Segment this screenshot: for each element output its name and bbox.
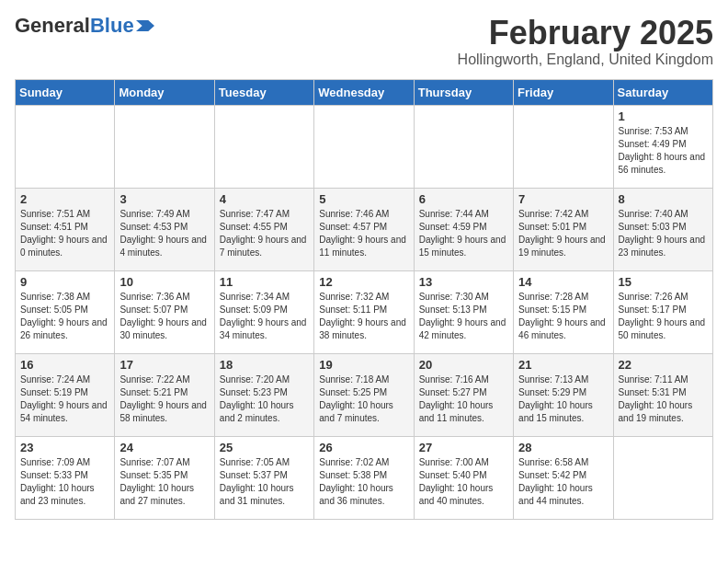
calendar-cell: 25Sunrise: 7:05 AM Sunset: 5:37 PM Dayli… [214, 436, 313, 519]
calendar-cell: 11Sunrise: 7:34 AM Sunset: 5:09 PM Dayli… [214, 270, 313, 353]
day-info: Sunrise: 7:11 AM Sunset: 5:31 PM Dayligh… [619, 373, 708, 425]
day-info: Sunrise: 7:38 AM Sunset: 5:05 PM Dayligh… [20, 291, 109, 342]
day-info: Sunrise: 7:32 AM Sunset: 5:11 PM Dayligh… [319, 291, 408, 342]
day-info: Sunrise: 7:30 AM Sunset: 5:13 PM Dayligh… [419, 291, 508, 342]
day-info: Sunrise: 7:51 AM Sunset: 4:51 PM Dayligh… [20, 208, 109, 259]
day-info: Sunrise: 7:46 AM Sunset: 4:57 PM Dayligh… [319, 208, 408, 259]
weekday-header-thursday: Thursday [414, 79, 513, 105]
day-info: Sunrise: 7:22 AM Sunset: 5:21 PM Dayligh… [119, 373, 209, 425]
day-info: Sunrise: 7:18 AM Sunset: 5:25 PM Dayligh… [319, 373, 408, 425]
day-info: Sunrise: 7:44 AM Sunset: 4:59 PM Dayligh… [419, 208, 508, 259]
day-info: Sunrise: 7:05 AM Sunset: 5:37 PM Dayligh… [220, 456, 309, 508]
weekday-header-wednesday: Wednesday [314, 79, 414, 105]
calendar-cell: 12Sunrise: 7:32 AM Sunset: 5:11 PM Dayli… [314, 270, 414, 353]
calendar-cell: 13Sunrise: 7:30 AM Sunset: 5:13 PM Dayli… [414, 270, 513, 353]
calendar-cell: 16Sunrise: 7:24 AM Sunset: 5:19 PM Dayli… [16, 353, 115, 436]
day-number: 24 [119, 441, 209, 454]
calendar-cell: 4Sunrise: 7:47 AM Sunset: 4:55 PM Daylig… [214, 188, 313, 270]
calendar-cell: 20Sunrise: 7:16 AM Sunset: 5:27 PM Dayli… [414, 353, 513, 436]
calendar-cell: 26Sunrise: 7:02 AM Sunset: 5:38 PM Dayli… [314, 436, 414, 519]
day-info: Sunrise: 7:00 AM Sunset: 5:40 PM Dayligh… [419, 456, 508, 508]
calendar-cell: 19Sunrise: 7:18 AM Sunset: 5:25 PM Dayli… [314, 353, 414, 436]
calendar-week-row: 23Sunrise: 7:09 AM Sunset: 5:33 PM Dayli… [16, 436, 713, 519]
day-number: 22 [619, 358, 708, 372]
calendar-cell: 8Sunrise: 7:40 AM Sunset: 5:03 PM Daylig… [613, 188, 712, 270]
calendar-cell: 27Sunrise: 7:00 AM Sunset: 5:40 PM Dayli… [414, 436, 513, 519]
calendar-cell [514, 105, 613, 188]
day-number: 15 [619, 275, 708, 289]
day-info: Sunrise: 7:24 AM Sunset: 5:19 PM Dayligh… [20, 373, 109, 425]
calendar-cell: 17Sunrise: 7:22 AM Sunset: 5:21 PM Dayli… [115, 353, 214, 436]
day-number: 12 [319, 275, 408, 289]
day-info: Sunrise: 7:13 AM Sunset: 5:29 PM Dayligh… [518, 373, 608, 425]
day-number: 2 [20, 192, 109, 206]
day-info: Sunrise: 7:16 AM Sunset: 5:27 PM Dayligh… [419, 373, 508, 425]
day-info: Sunrise: 7:28 AM Sunset: 5:15 PM Dayligh… [518, 291, 608, 342]
day-number: 18 [220, 358, 309, 372]
calendar-table: SundayMondayTuesdayWednesdayThursdayFrid… [15, 79, 713, 520]
day-number: 5 [319, 192, 408, 206]
day-info: Sunrise: 7:47 AM Sunset: 4:55 PM Dayligh… [220, 208, 309, 259]
day-number: 1 [619, 109, 708, 123]
day-info: Sunrise: 7:26 AM Sunset: 5:17 PM Dayligh… [619, 291, 708, 342]
calendar-cell: 23Sunrise: 7:09 AM Sunset: 5:33 PM Dayli… [16, 436, 115, 519]
day-number: 16 [20, 358, 109, 372]
calendar-week-row: 1Sunrise: 7:53 AM Sunset: 4:49 PM Daylig… [16, 105, 713, 188]
day-info: Sunrise: 6:58 AM Sunset: 5:42 PM Dayligh… [518, 456, 608, 508]
day-info: Sunrise: 7:20 AM Sunset: 5:23 PM Dayligh… [220, 373, 309, 425]
calendar-cell [214, 105, 313, 188]
day-number: 25 [220, 441, 309, 454]
calendar-cell: 9Sunrise: 7:38 AM Sunset: 5:05 PM Daylig… [16, 270, 115, 353]
day-number: 17 [119, 358, 209, 372]
logo-general: GeneralBlue [15, 15, 134, 37]
day-number: 14 [518, 275, 608, 289]
day-number: 9 [20, 275, 109, 289]
calendar-cell: 18Sunrise: 7:20 AM Sunset: 5:23 PM Dayli… [214, 353, 313, 436]
calendar-cell: 6Sunrise: 7:44 AM Sunset: 4:59 PM Daylig… [414, 188, 513, 270]
day-info: Sunrise: 7:49 AM Sunset: 4:53 PM Dayligh… [119, 208, 209, 259]
day-info: Sunrise: 7:09 AM Sunset: 5:33 PM Dayligh… [20, 456, 109, 508]
calendar-cell: 24Sunrise: 7:07 AM Sunset: 5:35 PM Dayli… [115, 436, 214, 519]
day-number: 11 [220, 275, 309, 289]
weekday-header-tuesday: Tuesday [214, 79, 313, 105]
calendar-week-row: 9Sunrise: 7:38 AM Sunset: 5:05 PM Daylig… [16, 270, 713, 353]
weekday-header-friday: Friday [514, 79, 613, 105]
calendar-week-row: 16Sunrise: 7:24 AM Sunset: 5:19 PM Dayli… [16, 353, 713, 436]
weekday-header-monday: Monday [115, 79, 214, 105]
day-number: 7 [518, 192, 608, 206]
header: GeneralBlue February 2025 Hollingworth, … [15, 15, 713, 68]
location-subtitle: Hollingworth, England, United Kingdom [458, 52, 713, 68]
weekday-header-sunday: Sunday [16, 79, 115, 105]
calendar-week-row: 2Sunrise: 7:51 AM Sunset: 4:51 PM Daylig… [16, 188, 713, 270]
calendar-cell: 22Sunrise: 7:11 AM Sunset: 5:31 PM Dayli… [613, 353, 712, 436]
day-info: Sunrise: 7:42 AM Sunset: 5:01 PM Dayligh… [518, 208, 608, 259]
day-info: Sunrise: 7:34 AM Sunset: 5:09 PM Dayligh… [220, 291, 309, 342]
month-title: February 2025 [458, 15, 713, 52]
calendar-cell [613, 436, 712, 519]
calendar-cell: 7Sunrise: 7:42 AM Sunset: 5:01 PM Daylig… [514, 188, 613, 270]
day-number: 10 [119, 275, 209, 289]
calendar-cell: 14Sunrise: 7:28 AM Sunset: 5:15 PM Dayli… [514, 270, 613, 353]
weekday-header-saturday: Saturday [613, 79, 712, 105]
day-number: 8 [619, 192, 708, 206]
logo-arrow-icon [136, 20, 154, 31]
day-number: 19 [319, 358, 408, 372]
calendar-cell: 28Sunrise: 6:58 AM Sunset: 5:42 PM Dayli… [514, 436, 613, 519]
day-number: 28 [518, 441, 608, 454]
day-number: 20 [419, 358, 508, 372]
calendar-cell: 5Sunrise: 7:46 AM Sunset: 4:57 PM Daylig… [314, 188, 414, 270]
weekday-header-row: SundayMondayTuesdayWednesdayThursdayFrid… [16, 79, 713, 105]
day-number: 27 [419, 441, 508, 454]
day-number: 13 [419, 275, 508, 289]
day-info: Sunrise: 7:36 AM Sunset: 5:07 PM Dayligh… [119, 291, 209, 342]
day-number: 26 [319, 441, 408, 454]
calendar-cell [115, 105, 214, 188]
calendar-cell: 15Sunrise: 7:26 AM Sunset: 5:17 PM Dayli… [613, 270, 712, 353]
calendar-cell: 2Sunrise: 7:51 AM Sunset: 4:51 PM Daylig… [16, 188, 115, 270]
calendar-cell [314, 105, 414, 188]
day-number: 3 [119, 192, 209, 206]
calendar-cell: 3Sunrise: 7:49 AM Sunset: 4:53 PM Daylig… [115, 188, 214, 270]
day-number: 4 [220, 192, 309, 206]
logo: GeneralBlue [15, 15, 154, 37]
calendar-cell: 10Sunrise: 7:36 AM Sunset: 5:07 PM Dayli… [115, 270, 214, 353]
